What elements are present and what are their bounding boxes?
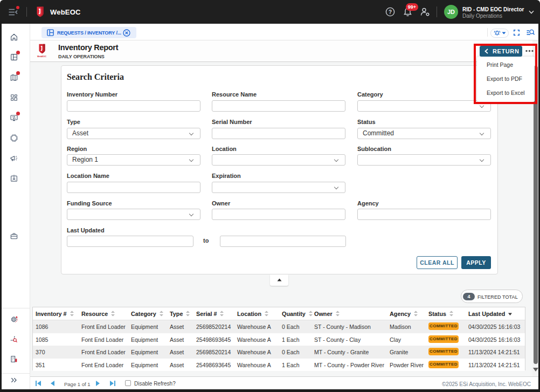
- svg-text:?: ?: [389, 9, 392, 15]
